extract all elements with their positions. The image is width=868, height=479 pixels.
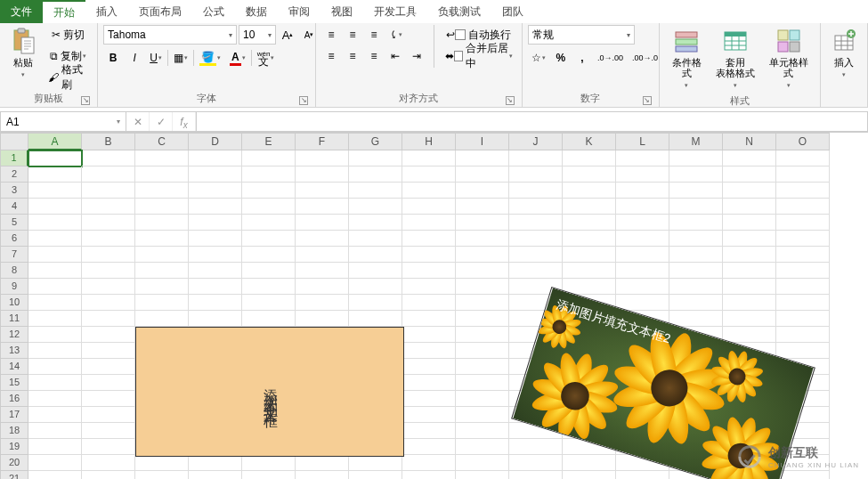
row-header-15[interactable]: 15	[0, 375, 28, 391]
cell[interactable]	[82, 247, 135, 263]
cell[interactable]	[189, 183, 242, 199]
cell[interactable]	[616, 166, 669, 183]
cell[interactable]	[456, 183, 509, 199]
row-header-4[interactable]: 4	[0, 199, 28, 215]
cell[interactable]	[189, 231, 242, 247]
cell[interactable]	[82, 150, 135, 166]
cell[interactable]	[242, 295, 296, 311]
cell[interactable]	[456, 215, 509, 231]
cell[interactable]	[135, 150, 189, 166]
cell[interactable]	[242, 183, 296, 199]
cell[interactable]	[723, 199, 776, 215]
cell[interactable]	[402, 439, 456, 455]
cell[interactable]	[563, 183, 616, 199]
cell[interactable]	[616, 263, 669, 279]
font-launcher[interactable]: ↘	[299, 96, 308, 105]
row-header-17[interactable]: 17	[0, 407, 28, 423]
cell[interactable]	[349, 455, 402, 471]
cell[interactable]	[296, 150, 349, 166]
cell[interactable]	[456, 375, 509, 391]
cell[interactable]	[135, 263, 189, 279]
alignment-launcher[interactable]: ↘	[506, 96, 515, 105]
cell[interactable]	[456, 166, 509, 183]
cell[interactable]	[135, 215, 189, 231]
row-header-13[interactable]: 13	[0, 343, 28, 359]
cell[interactable]	[242, 471, 296, 479]
cell[interactable]	[189, 199, 242, 215]
fx-button[interactable]: fx	[173, 112, 196, 131]
cell[interactable]	[189, 247, 242, 263]
cell[interactable]	[82, 407, 135, 423]
align-right-button[interactable]: ≡	[364, 46, 384, 66]
align-left-button[interactable]: ≡	[321, 46, 341, 66]
cell[interactable]	[28, 183, 82, 199]
cell[interactable]	[28, 359, 82, 375]
cell[interactable]	[456, 439, 509, 455]
cell[interactable]	[723, 263, 776, 279]
cell[interactable]	[28, 471, 82, 479]
cell[interactable]	[28, 439, 82, 455]
cell[interactable]	[135, 279, 189, 295]
cell-styles-button[interactable]: 单元格样式▾	[762, 25, 815, 93]
cell[interactable]	[509, 199, 563, 215]
cell[interactable]	[456, 407, 509, 423]
format-painter-button[interactable]: 🖌 格式刷	[45, 68, 92, 87]
cell[interactable]	[28, 263, 82, 279]
cell[interactable]	[82, 231, 135, 247]
cell[interactable]	[776, 311, 830, 327]
cell[interactable]	[82, 215, 135, 231]
cell[interactable]	[456, 231, 509, 247]
cell[interactable]	[189, 166, 242, 183]
decrease-indent-button[interactable]: ⇤	[385, 46, 405, 66]
tab-load-test[interactable]: 负载测试	[427, 0, 491, 23]
cell[interactable]	[776, 471, 830, 479]
cell[interactable]	[349, 311, 402, 327]
cell[interactable]	[563, 231, 616, 247]
cell[interactable]	[776, 279, 830, 295]
cell[interactable]	[616, 471, 669, 479]
font-color-button[interactable]: A▾	[226, 48, 249, 68]
cell[interactable]	[242, 150, 296, 166]
cell[interactable]	[402, 343, 456, 359]
col-header-N[interactable]: N	[723, 133, 776, 150]
cell[interactable]	[456, 295, 509, 311]
col-header-O[interactable]: O	[776, 133, 830, 150]
cell[interactable]	[402, 455, 456, 471]
tab-review[interactable]: 审阅	[278, 0, 320, 23]
cell[interactable]	[776, 199, 830, 215]
italic-button[interactable]: I	[125, 48, 144, 68]
cell[interactable]	[509, 215, 563, 231]
cell[interactable]	[669, 215, 723, 231]
row-header-11[interactable]: 11	[0, 311, 28, 327]
cell[interactable]	[82, 439, 135, 455]
currency-button[interactable]: ☆▾	[528, 48, 549, 68]
col-header-D[interactable]: D	[189, 133, 242, 150]
cell[interactable]	[349, 215, 402, 231]
cell[interactable]	[402, 423, 456, 439]
increase-font-button[interactable]: A▴	[278, 25, 297, 45]
cell[interactable]	[669, 263, 723, 279]
align-center-button[interactable]: ≡	[343, 46, 362, 66]
cell[interactable]	[616, 215, 669, 231]
cell[interactable]	[28, 215, 82, 231]
merge-center-button[interactable]: ⬌合并后居中▾	[442, 46, 516, 66]
tab-file[interactable]: 文件	[0, 0, 43, 23]
cell[interactable]	[349, 279, 402, 295]
cell[interactable]	[402, 215, 456, 231]
cell[interactable]	[402, 295, 456, 311]
cell[interactable]	[669, 199, 723, 215]
col-header-I[interactable]: I	[456, 133, 509, 150]
clipboard-launcher[interactable]: ↘	[81, 96, 90, 105]
cell[interactable]	[135, 295, 189, 311]
cell[interactable]	[456, 327, 509, 343]
cell[interactable]	[776, 166, 830, 183]
row-header-7[interactable]: 7	[0, 247, 28, 263]
tab-formula[interactable]: 公式	[192, 0, 235, 23]
cell[interactable]	[776, 183, 830, 199]
cell[interactable]	[296, 471, 349, 479]
cell[interactable]	[723, 166, 776, 183]
cell[interactable]	[28, 423, 82, 439]
cell[interactable]	[242, 199, 296, 215]
cell[interactable]	[563, 166, 616, 183]
cell[interactable]	[563, 471, 616, 479]
